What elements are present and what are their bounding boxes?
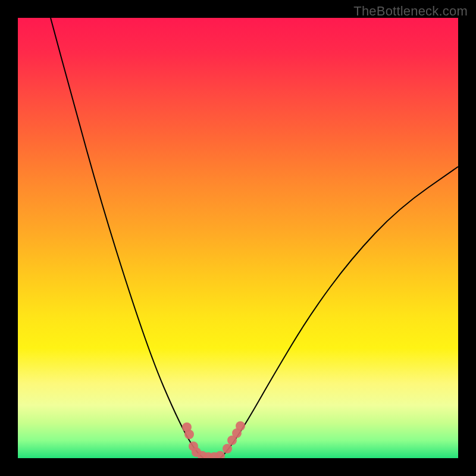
watermark-label: TheBottleneck.com — [353, 4, 468, 19]
valley-markers — [182, 421, 245, 458]
curve-left — [51, 18, 203, 458]
valley-dot — [215, 451, 225, 458]
valley-dot — [184, 430, 194, 439]
valley-dot — [223, 444, 232, 453]
curve-right — [220, 167, 458, 458]
chart-frame: TheBottleneck.com — [0, 0, 476, 476]
valley-dot — [236, 421, 245, 431]
plot-area — [18, 18, 458, 458]
curve-overlay — [18, 18, 458, 458]
